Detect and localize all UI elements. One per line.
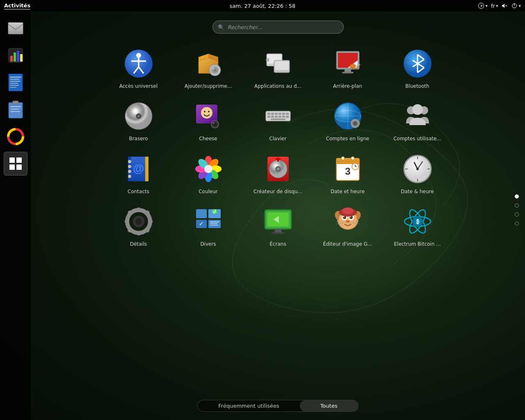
scroll-dot-3[interactable]: [515, 212, 519, 217]
app-divers[interactable]: ✓ Divers: [178, 202, 239, 250]
app-comptes-ligne[interactable]: Comptes en ligne: [317, 96, 379, 145]
scroll-dot-2[interactable]: [515, 203, 519, 208]
app-date-heure[interactable]: 3 Date et heure: [317, 149, 379, 198]
svg-rect-83: [271, 119, 285, 120]
grid-cell: [16, 158, 22, 163]
svg-point-62: [137, 115, 140, 117]
svg-rect-15: [10, 79, 20, 80]
topbar-power-icon[interactable]: ▾: [511, 2, 521, 9]
svg-rect-44: [275, 61, 289, 70]
app-label: Arrière-plan: [333, 83, 362, 89]
app-electrum[interactable]: ₿ Electrum Bitcoin ...: [387, 202, 448, 250]
app-icon-date-heure: 3: [331, 153, 364, 185]
app-label: Écrans: [269, 241, 286, 247]
svg-point-39: [209, 64, 221, 76]
svg-point-180: [342, 208, 354, 214]
app-label: Comptes en ligne: [326, 136, 369, 142]
svg-point-102: [128, 175, 131, 178]
tab-all[interactable]: Toutes: [300, 400, 358, 411]
app-contacts[interactable]: @ Contacts: [108, 149, 169, 198]
app-editeur-gimp[interactable]: Éditeur d'image G...: [317, 202, 379, 250]
app-icon-acces: [122, 47, 155, 80]
app-icon-gimp: [331, 205, 364, 238]
svg-rect-93: [358, 123, 360, 124]
app-acces-universel[interactable]: Accès universel: [108, 44, 169, 92]
app-ecrans[interactable]: Écrans: [247, 202, 309, 250]
svg-rect-22: [10, 106, 21, 107]
search-icon: 🔍: [218, 24, 224, 30]
app-icon-clavier: [262, 100, 294, 132]
app-icon-ajouter: [192, 47, 225, 80]
app-ajouter-supprimer[interactable]: Ajouter/supprime...: [178, 44, 239, 92]
topbar-lang[interactable]: fr ▾: [491, 3, 498, 9]
topbar-right: ▾ fr ▾ ▾: [478, 2, 521, 9]
sidebar-item-help[interactable]: [4, 125, 27, 148]
app-icon-couleur: [192, 153, 225, 185]
tab-container: Fréquemment utilisées Toutes: [197, 400, 358, 412]
svg-rect-91: [355, 127, 356, 128]
svg-rect-12: [20, 54, 23, 62]
svg-point-99: [128, 160, 131, 163]
svg-rect-71: [267, 113, 270, 115]
svg-rect-24: [10, 111, 20, 112]
svg-rect-138: [137, 208, 140, 212]
svg-point-69: [213, 122, 215, 124]
app-icon-arriere: [331, 47, 364, 80]
scroll-dot-1[interactable]: [515, 194, 519, 199]
app-cheese[interactable]: Cheese: [178, 96, 239, 145]
sidebar-item-writer[interactable]: [4, 71, 27, 94]
app-icon-ecrans: [262, 205, 294, 238]
tab-frequent[interactable]: Fréquemment utilisées: [198, 400, 300, 411]
svg-rect-157: [210, 223, 217, 224]
svg-text:@: @: [133, 162, 144, 175]
topbar-volume-icon[interactable]: [501, 2, 508, 9]
svg-rect-162: [272, 232, 285, 234]
apps-grid: Accès universel: [100, 44, 457, 251]
svg-point-113: [204, 165, 212, 173]
app-icon-bluetooth: [401, 47, 434, 80]
app-couleur[interactable]: Couleur: [178, 149, 239, 198]
sidebar: [0, 11, 31, 420]
grid-cell: [16, 164, 22, 170]
sidebar-item-chart[interactable]: [4, 43, 27, 67]
svg-rect-23: [10, 109, 19, 110]
svg-marker-1: [502, 4, 504, 8]
svg-rect-139: [137, 231, 140, 235]
svg-rect-72: [271, 113, 274, 115]
app-label: Date & heure: [401, 189, 434, 194]
svg-point-117: [277, 168, 279, 170]
svg-rect-18: [10, 85, 19, 86]
svg-rect-51: [342, 72, 354, 73]
svg-point-100: [128, 165, 131, 168]
app-icon-date-heure2: [401, 153, 434, 185]
svg-point-136: [416, 168, 419, 170]
app-date-heure2[interactable]: Date & heure: [387, 149, 448, 198]
app-bluetooth[interactable]: Bluetooth: [387, 44, 448, 92]
topbar-bluetooth-icon[interactable]: ▾: [478, 2, 488, 9]
app-label: Brasero: [129, 136, 148, 142]
svg-point-101: [128, 170, 131, 173]
svg-rect-81: [282, 116, 285, 118]
app-createur-disque[interactable]: Créateur de disqu...: [247, 149, 309, 198]
svg-rect-76: [286, 113, 289, 115]
svg-text:✓: ✓: [199, 220, 204, 227]
app-brasero[interactable]: Brasero: [108, 96, 169, 145]
svg-point-174: [346, 220, 350, 223]
app-applications-demarrage[interactable]: Applications au d...: [247, 44, 309, 92]
svg-point-65: [204, 111, 205, 112]
app-clavier[interactable]: Clavier: [247, 96, 309, 145]
svg-point-0: [479, 3, 484, 8]
search-bar[interactable]: 🔍 Rechercher...: [212, 21, 344, 34]
app-arriere-plan[interactable]: Arrière-plan: [317, 44, 379, 92]
app-icon-brasero: [122, 100, 155, 132]
app-comptes-utilisateurs[interactable]: Comptes utilisate...: [387, 96, 448, 145]
app-label: Applications au d...: [254, 83, 301, 89]
app-details[interactable]: Détails: [108, 202, 169, 250]
scroll-dot-4[interactable]: [515, 221, 519, 226]
sidebar-item-clipboard[interactable]: [4, 98, 27, 121]
svg-rect-20: [9, 103, 23, 118]
sidebar-item-apps-grid[interactable]: [4, 152, 27, 176]
svg-rect-103: [145, 157, 148, 181]
activities-button[interactable]: Activités: [4, 2, 30, 9]
sidebar-item-mail[interactable]: [4, 16, 27, 40]
